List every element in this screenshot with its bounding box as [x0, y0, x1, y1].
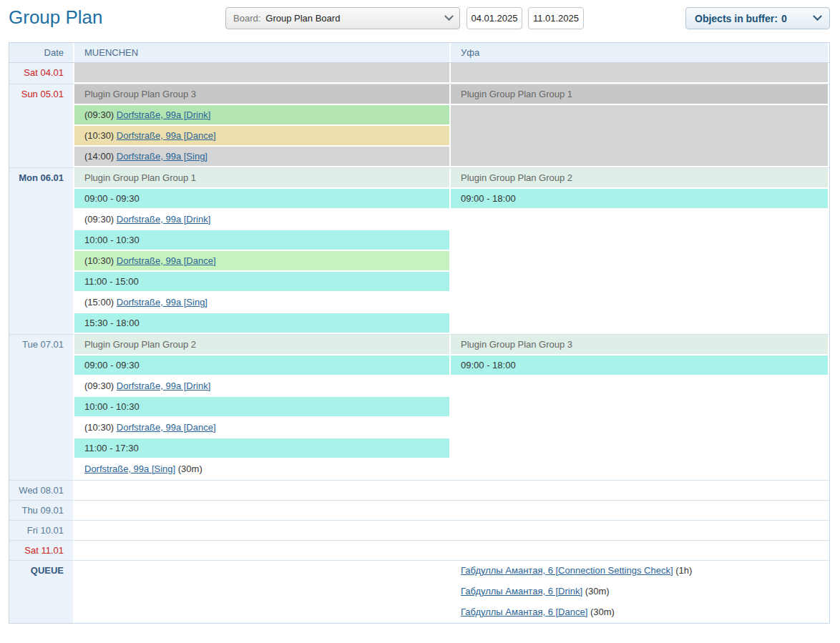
- day-cell-ufa: [451, 521, 828, 540]
- day-cell-muenchen: Plugin Group Plan Group 209:00 - 09:30(0…: [74, 335, 449, 480]
- appointment-link[interactable]: Dorfstraße, 99a [Sing]: [117, 297, 207, 308]
- appointment-link[interactable]: Dorfstraße, 99a [Dance]: [117, 255, 216, 266]
- appointment-link[interactable]: Dorfstraße, 99a [Drink]: [117, 214, 211, 225]
- time-slot-band[interactable]: 10:00 - 10:30: [74, 230, 449, 250]
- appointment-band[interactable]: Габдуллы Амантая, 6 [Drink] (30m): [451, 581, 828, 601]
- time-slot-band[interactable]: 10:00 - 10:30: [74, 397, 449, 416]
- board-select-value: Group Plan Board: [265, 13, 340, 24]
- appointment-time-prefix: (09:30): [84, 381, 117, 391]
- plan-table: Date MUENCHEN Уфа Sat 04.01Sun 05.01Plug…: [9, 42, 830, 624]
- day-cell-ufa: Plugin Group Plan Group 209:00 - 18:00: [451, 168, 828, 334]
- appointment-link[interactable]: Dorfstraße, 99a [Dance]: [117, 130, 216, 141]
- appointment-link[interactable]: Dorfstraße, 99a [Drink]: [117, 381, 211, 391]
- appointment-duration-suffix: (30m): [175, 463, 202, 474]
- appointment-link[interactable]: Dorfstraße, 99a [Sing]: [84, 463, 175, 474]
- day-cell-muenchen: [74, 481, 449, 500]
- time-slot-band[interactable]: 09:00 - 18:00: [451, 189, 828, 208]
- column-header-muenchen: MUENCHEN: [74, 43, 449, 62]
- appointment-time-prefix: (10:30): [84, 422, 117, 433]
- day-cell-muenchen: Plugin Group Plan Group 3(09:30) Dorfstr…: [74, 84, 449, 167]
- appointment-time-prefix: (09:30): [84, 109, 117, 120]
- date-cell: QUEUE: [9, 561, 73, 623]
- chevron-down-icon: [444, 11, 454, 21]
- appointment-time-prefix: (14:00): [84, 151, 117, 162]
- objects-in-buffer-dropdown[interactable]: Objects in buffer: 0: [685, 7, 830, 29]
- table-row: Wed 08.01: [9, 481, 829, 501]
- appointment-band[interactable]: (15:00) Dorfstraße, 99a [Sing]: [74, 293, 449, 312]
- appointment-band[interactable]: (09:30) Dorfstraße, 99a [Drink]: [74, 210, 449, 229]
- appointment-time-prefix: (15:00): [84, 297, 117, 308]
- time-slot-band[interactable]: 09:00 - 18:00: [451, 355, 828, 375]
- day-cell-ufa: [451, 481, 828, 500]
- table-body: Sat 04.01Sun 05.01Plugin Group Plan Grou…: [9, 63, 829, 623]
- table-row: QUEUEГабдуллы Амантая, 6 [Connection Set…: [9, 561, 829, 623]
- appointment-band[interactable]: (10:30) Dorfstraße, 99a [Dance]: [74, 418, 449, 437]
- table-row: Tue 07.01Plugin Group Plan Group 209:00 …: [9, 335, 829, 481]
- day-cell-ufa: [451, 63, 828, 84]
- date-cell: Sat 11.01: [9, 541, 73, 560]
- appointment-time-prefix: (09:30): [84, 214, 117, 225]
- table-row: Fri 10.01: [9, 521, 829, 541]
- board-select-label: Board:: [233, 13, 260, 24]
- appointment-link[interactable]: Dorfstraße, 99a [Drink]: [117, 109, 211, 120]
- day-cell-muenchen: [74, 521, 449, 540]
- appointment-time-prefix: (10:30): [84, 130, 117, 141]
- day-cell-ufa: Plugin Group Plan Group 309:00 - 18:00: [451, 335, 828, 480]
- appointment-band[interactable]: (09:30) Dorfstraße, 99a [Drink]: [74, 105, 449, 124]
- appointment-link[interactable]: Dorfstraße, 99a [Sing]: [117, 151, 207, 162]
- date-cell: Tue 07.01: [9, 335, 73, 480]
- day-cell-ufa: [451, 541, 828, 560]
- page-title: Group Plan: [9, 6, 103, 29]
- appointment-link[interactable]: Dorfstraße, 99a [Dance]: [117, 422, 216, 433]
- group-header-band: Plugin Group Plan Group 1: [74, 168, 449, 187]
- buffer-label: Objects in buffer:: [695, 13, 778, 24]
- appointment-link[interactable]: Габдуллы Амантая, 6 [Connection Settings…: [461, 565, 673, 576]
- appointment-band[interactable]: Dorfstraße, 99a [Sing] (30m): [74, 459, 449, 478]
- table-row: Thu 09.01: [9, 501, 829, 521]
- appointment-band[interactable]: (09:30) Dorfstraße, 99a [Drink]: [74, 376, 449, 396]
- group-header-band: Plugin Group Plan Group 2: [451, 168, 828, 187]
- day-cell-ufa: Plugin Group Plan Group 1: [451, 84, 828, 167]
- date-cell: Mon 06.01: [9, 168, 73, 334]
- time-slot-band[interactable]: 09:00 - 09:30: [74, 189, 449, 208]
- column-header-date: Date: [9, 43, 73, 62]
- appointment-link[interactable]: Габдуллы Амантая, 6 [Dance]: [461, 607, 587, 617]
- weekend-fill: [451, 105, 828, 166]
- group-header-band: Plugin Group Plan Group 3: [451, 335, 828, 354]
- top-bar: Group Plan Board: Group Plan Board Objec…: [0, 0, 840, 37]
- board-select[interactable]: Board: Group Plan Board: [225, 7, 460, 29]
- appointment-band[interactable]: Габдуллы Амантая, 6 [Dance] (30m): [451, 602, 828, 622]
- appointment-link[interactable]: Габдуллы Амантая, 6 [Drink]: [461, 586, 582, 597]
- appointment-duration-suffix: (30m): [582, 586, 610, 597]
- appointment-band[interactable]: (14:00) Dorfstraße, 99a [Sing]: [74, 147, 449, 166]
- date-cell: Fri 10.01: [9, 521, 73, 540]
- weekend-fill: [451, 63, 828, 82]
- date-from-input[interactable]: [467, 7, 522, 29]
- time-slot-band[interactable]: 11:00 - 17:30: [74, 438, 449, 458]
- appointment-duration-suffix: (30m): [587, 607, 615, 617]
- day-cell-muenchen: [74, 541, 449, 560]
- column-header-ufa: Уфа: [451, 43, 828, 62]
- time-slot-band[interactable]: 15:30 - 18:00: [74, 313, 449, 333]
- time-slot-band[interactable]: 11:00 - 15:00: [74, 272, 449, 291]
- appointment-duration-suffix: (1h): [673, 565, 693, 576]
- appointment-band[interactable]: (10:30) Dorfstraße, 99a [Dance]: [74, 126, 449, 145]
- date-cell: Sat 04.01: [9, 63, 73, 84]
- date-cell: Thu 09.01: [9, 501, 73, 520]
- day-cell-ufa: Габдуллы Амантая, 6 [Connection Settings…: [451, 561, 828, 623]
- table-row: Sat 04.01: [9, 63, 829, 84]
- buffer-count: 0: [781, 13, 787, 24]
- date-to-input[interactable]: [528, 7, 584, 29]
- group-header-band: Plugin Group Plan Group 2: [74, 335, 449, 354]
- appointment-band[interactable]: (10:30) Dorfstraße, 99a [Dance]: [74, 251, 449, 270]
- appointment-time-prefix: (10:30): [84, 255, 117, 266]
- group-header-band: Plugin Group Plan Group 3: [74, 84, 449, 104]
- time-slot-band[interactable]: 09:00 - 09:30: [74, 355, 449, 375]
- day-cell-ufa: [451, 501, 828, 520]
- date-cell: Wed 08.01: [9, 481, 73, 500]
- day-cell-muenchen: [74, 561, 449, 623]
- day-cell-muenchen: [74, 63, 449, 84]
- table-header-row: Date MUENCHEN Уфа: [9, 43, 829, 63]
- weekend-fill: [74, 63, 449, 82]
- appointment-band[interactable]: Габдуллы Амантая, 6 [Connection Settings…: [451, 561, 828, 580]
